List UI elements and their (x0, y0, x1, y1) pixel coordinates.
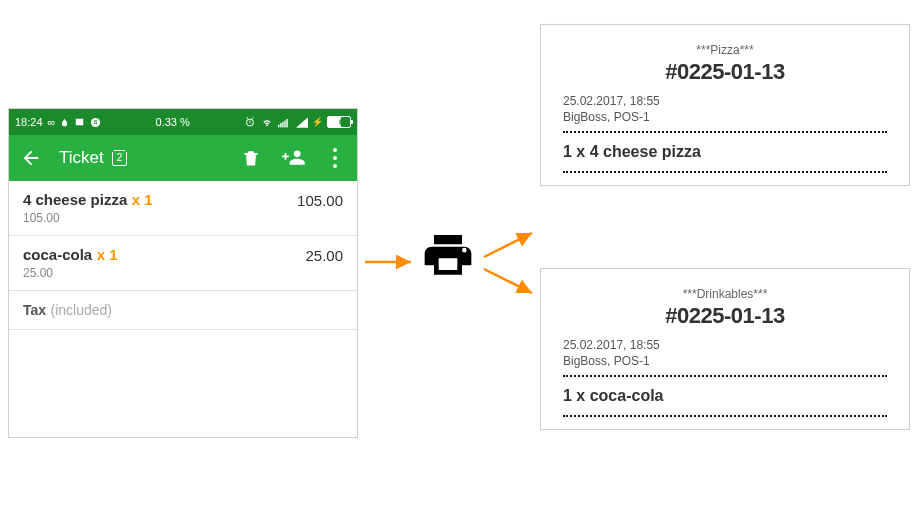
svg-rect-5 (282, 121, 283, 127)
receipt-pos: BigBoss, POS-1 (563, 353, 887, 369)
receipt-order-no: #0225-01-13 (563, 303, 887, 329)
status-time: 18:24 (15, 116, 43, 128)
phone-screen: 18:24 ∞ S 0.33 % ⚡ 60 Ticket 2 (8, 108, 358, 438)
tax-label: Tax (23, 302, 46, 318)
item-subtotal: 105.00 (23, 211, 343, 225)
signal-triangle-icon (296, 117, 308, 128)
item-qty: x 1 (132, 191, 153, 208)
receipt-datetime: 25.02.2017, 18:55 (563, 93, 887, 109)
ticket-count-badge[interactable]: 2 (112, 150, 128, 166)
svg-rect-6 (284, 120, 285, 127)
arrow-to-receipt-1-icon (480, 227, 540, 263)
receipt-datetime: 25.02.2017, 18:55 (563, 337, 887, 353)
receipt-drinkables: ***Drinkables*** #0225-01-13 25.02.2017,… (540, 268, 910, 430)
signal-bars-icon (278, 117, 292, 128)
receipt-divider (563, 415, 887, 417)
receipt-station: ***Pizza*** (563, 43, 887, 57)
status-bar: 18:24 ∞ S 0.33 % ⚡ 60 (9, 109, 357, 135)
svg-line-10 (484, 269, 532, 293)
receipt-pos: BigBoss, POS-1 (563, 109, 887, 125)
alarm-icon (244, 116, 256, 128)
trash-icon (241, 148, 261, 168)
tax-row[interactable]: Tax (included) (9, 291, 357, 330)
person-add-icon (281, 148, 305, 168)
bolt-icon: ⚡ (312, 117, 323, 127)
overflow-menu-button[interactable] (321, 144, 349, 172)
item-price: 25.00 (305, 247, 343, 264)
receipt-station: ***Drinkables*** (563, 287, 887, 301)
arrow-right-icon (363, 255, 418, 269)
receipt-divider (563, 131, 887, 133)
receipt-line: 1 x 4 cheese pizza (563, 143, 887, 161)
list-item[interactable]: coca-cola x 1 25.00 25.00 (9, 236, 357, 291)
svg-rect-7 (286, 119, 287, 127)
image-icon (74, 117, 85, 127)
item-price: 105.00 (297, 192, 343, 209)
receipt-divider (563, 375, 887, 377)
arrow-back-icon (20, 147, 42, 169)
back-button[interactable] (17, 144, 45, 172)
drop-icon (60, 117, 69, 128)
svg-text:S: S (94, 119, 98, 125)
app-toolbar: Ticket 2 (9, 135, 357, 181)
list-item[interactable]: 4 cheese pizza x 1 105.00 105.00 (9, 181, 357, 236)
item-subtotal: 25.00 (23, 266, 343, 280)
skype-icon: S (90, 117, 101, 128)
delete-button[interactable] (237, 144, 265, 172)
receipt-divider (563, 171, 887, 173)
svg-rect-4 (280, 123, 281, 127)
item-name: coca-cola (23, 246, 92, 263)
status-center-text: 0.33 % (101, 116, 244, 128)
printer-icon (420, 228, 476, 284)
item-name: 4 cheese pizza (23, 191, 127, 208)
tax-hint: (included) (51, 302, 112, 318)
receipt-order-no: #0225-01-13 (563, 59, 887, 85)
more-vert-icon (330, 148, 340, 168)
receipt-line: 1 x coca-cola (563, 387, 887, 405)
arrow-to-receipt-2-icon (480, 263, 540, 299)
svg-line-9 (484, 233, 532, 257)
item-qty: x 1 (97, 246, 118, 263)
wifi-icon (260, 117, 274, 128)
toolbar-title: Ticket (59, 148, 104, 168)
add-customer-button[interactable] (279, 144, 307, 172)
svg-rect-3 (278, 124, 279, 127)
receipt-pizza: ***Pizza*** #0225-01-13 25.02.2017, 18:5… (540, 24, 910, 186)
battery-icon: 60 (327, 116, 351, 128)
infinity-icon: ∞ (48, 116, 56, 128)
